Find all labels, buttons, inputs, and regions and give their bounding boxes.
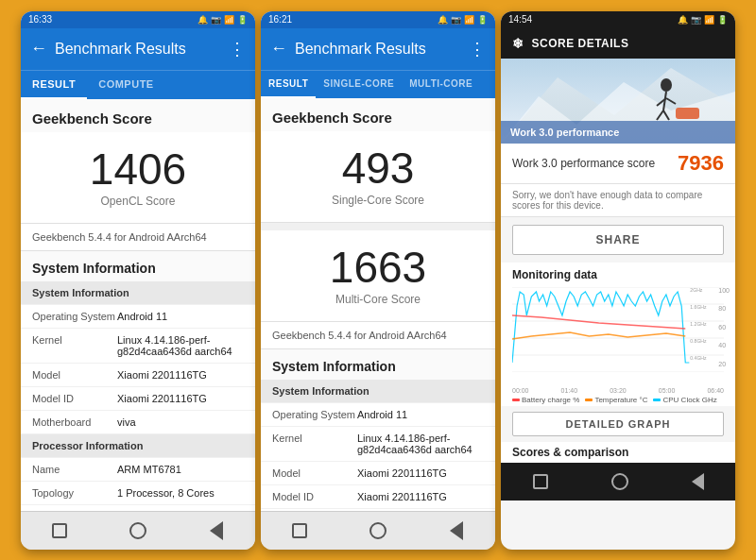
phone1-nav-circle[interactable]	[127, 519, 149, 542]
phone2-nav-triangle[interactable]	[445, 519, 468, 542]
phone1-row-os: Operating System Android 11	[21, 305, 255, 329]
phone1-status-bar: 16:33 🔔 📷 📶 🔋	[21, 11, 255, 28]
phone3-nav-square[interactable]	[533, 474, 548, 489]
phone2-tab-result[interactable]: RESULT	[261, 71, 316, 98]
phone3-nav-triangle[interactable]	[692, 473, 704, 490]
phone2-row-os: Operating System Android 11	[261, 403, 495, 427]
phone1-nav-square[interactable]	[48, 519, 71, 542]
phone3-battery-icon: 🔋	[717, 15, 728, 25]
phone2-row-kernel: Kernel Linux 4.14.186-perf-g82d4caa6436d…	[261, 427, 495, 462]
phone3-x-4: 06:40	[707, 387, 724, 394]
phone1-model-label: Model	[32, 369, 117, 381]
phone2-status-bar: 16:21 🔔 📷 📶 🔋	[261, 11, 495, 28]
phone2-nav-circle[interactable]	[367, 519, 389, 542]
phone3-x-3: 05:00	[659, 387, 676, 394]
phone3-x-2: 03:20	[610, 387, 627, 394]
phone1-row-name: Name ARM MT6781	[21, 458, 255, 482]
svg-text:2GHz: 2GHz	[690, 287, 702, 293]
phone3-legend-battery: Battery charge %	[512, 396, 579, 404]
phone1-row-modelid: Model ID Xiaomi 2201116TG	[21, 387, 255, 411]
phone2-kernel-value: Linux 4.14.186-perf-g82d4caa6436d aarch6…	[357, 433, 484, 455]
phone3-hero-image: Work 3.0 performance	[501, 59, 735, 144]
phone1-bench-note: Geekbench 5.4.4 for Android AArch64	[21, 224, 255, 251]
phone2-tab-multicore[interactable]: MULTI-CORE	[402, 71, 480, 98]
phone1-kernel-label: Kernel	[32, 334, 117, 357]
phone1-topology-value: 1 Processor, 8 Cores	[117, 487, 244, 499]
phone3-nav-bar	[501, 463, 735, 501]
phone3-detailed-graph-button[interactable]: DETAILED GRAPH	[512, 412, 724, 436]
phone3-x-0: 00:00	[512, 387, 529, 394]
phone1-nav-triangle[interactable]	[205, 519, 228, 542]
phone3-score-details-title: SCORE DETAILS	[532, 37, 629, 50]
phone3-legend-cpu-dot	[653, 399, 661, 401]
phone2-row-model: Model Xiaomi 2201116TG	[261, 462, 495, 485]
phone1-os-value: Android 11	[117, 311, 244, 322]
phone1-back-arrow[interactable]: ←	[30, 39, 47, 59]
phone2-score2-label: Multi-Core Score	[335, 293, 421, 306]
phone1-sysinfo-header-row: System Information	[21, 281, 255, 305]
phone1-content: Geekbench Score 1406 OpenCL Score Geekbe…	[21, 99, 255, 511]
phone1-os-label: Operating System	[32, 311, 117, 322]
phone1-more-icon[interactable]: ⋮	[229, 39, 246, 59]
phone3-compare-note: Sorry, we don't have enough data to comp…	[501, 184, 735, 217]
phone2-model-label: Model	[272, 467, 357, 479]
phone2-sysinfo-header-row: System Information	[261, 380, 495, 403]
phone3-legend-cpu-label: CPU Clock GHz	[662, 396, 716, 404]
phone3-time: 14:54	[508, 14, 532, 25]
phone3-chart-legend: Battery charge % Temperature °C CPU Cloc…	[501, 394, 735, 406]
phone1-motherboard-label: Motherboard	[32, 416, 117, 428]
phone1-geekbench-title: Geekbench Score	[21, 99, 255, 132]
phone3-share-button[interactable]: SHARE	[512, 225, 724, 255]
phone1-cam-icon: 📷	[211, 15, 221, 25]
phone2-geekbench-title: Geekbench Score	[261, 98, 495, 131]
phone1-tab-result[interactable]: RESULT	[21, 71, 87, 99]
phone2-sysinfo-title: System Information	[261, 349, 495, 380]
phone3-legend-temp-label: Temperature °C	[594, 396, 647, 404]
phone3-chart-y-labels: 100 80 60 40 20	[718, 287, 730, 367]
phone2-battery-icon: 🔋	[477, 15, 488, 25]
phone3-snowflake-icon: ❄	[512, 36, 524, 51]
phone3-legend-temp-dot	[585, 399, 593, 401]
phone2-tab-singlecore[interactable]: SINGLE-CORE	[316, 71, 402, 98]
phone3-monitoring-title: Monitoring data	[501, 263, 735, 283]
phone2-model-value: Xiaomi 2201116TG	[357, 467, 484, 479]
phone2-more-icon[interactable]: ⋮	[469, 39, 486, 59]
phone3-chart-svg: 2GHz 1.6GHz 1.2GHz 0.8GHz 0.4GHz	[512, 287, 724, 372]
phone2-score-box-2: 1663 Multi-Core Score	[261, 230, 495, 322]
phone1-processor-header-row: Processor Information	[21, 434, 255, 458]
phone1-score-box: 1406 OpenCL Score	[21, 132, 255, 224]
phone1-battery-icon: 🔋	[237, 15, 248, 25]
phone3-work-score-value: 7936	[678, 151, 724, 176]
phones-container: 16:33 🔔 📷 📶 🔋 ← Benchmark Results ⋮ RESU…	[0, 0, 756, 560]
phone1-score-value: 1406	[90, 147, 186, 191]
phone3-hero-overlay: Work 3.0 performance	[501, 121, 735, 144]
phone2-score-divider	[261, 223, 495, 230]
phone3-scores-comparison-title: Scores & comparison	[501, 442, 735, 463]
phone2-os-value: Android 11	[357, 409, 484, 420]
phone3-legend-battery-dot	[512, 399, 520, 401]
phone1-topology-label: Topology	[32, 487, 117, 499]
phone3-legend-cpu: CPU Clock GHz	[653, 396, 716, 404]
phone2-notif-icon: 🔔	[438, 15, 448, 25]
phone1-wifi-icon: 📶	[224, 15, 234, 25]
phone1-modelid-label: Model ID	[32, 393, 117, 404]
phone2-sysinfo-header-label: System Information	[272, 385, 369, 397]
phone3-work-score-row: Work 3.0 performance score 7936	[501, 144, 735, 184]
phone3-score-details-bar: ❄ SCORE DETAILS	[501, 28, 735, 59]
phone-1: 16:33 🔔 📷 📶 🔋 ← Benchmark Results ⋮ RESU…	[21, 11, 255, 550]
phone1-motherboard-value: viva	[117, 416, 244, 428]
phone2-back-arrow[interactable]: ←	[270, 39, 287, 59]
phone-3: 14:54 🔔 📷 📶 🔋 ❄ SCORE DETAILS	[501, 11, 735, 550]
svg-text:1.6GHz: 1.6GHz	[690, 304, 707, 310]
phone1-tab-compute[interactable]: COMPUTE	[87, 71, 165, 99]
phone2-kernel-label: Kernel	[272, 433, 357, 455]
phone1-time: 16:33	[28, 14, 52, 25]
phone3-nav-circle[interactable]	[611, 473, 628, 490]
svg-text:1.2GHz: 1.2GHz	[690, 321, 707, 327]
phone3-x-1: 01:40	[561, 387, 578, 394]
phone2-nav-square[interactable]	[288, 519, 311, 542]
phone1-nav-bar	[21, 511, 255, 550]
phone-2: 16:21 🔔 📷 📶 🔋 ← Benchmark Results ⋮ RESU…	[261, 11, 495, 550]
phone2-app-bar: ← Benchmark Results ⋮	[261, 28, 495, 70]
phone3-work-score-label: Work 3.0 performance score	[512, 157, 678, 170]
